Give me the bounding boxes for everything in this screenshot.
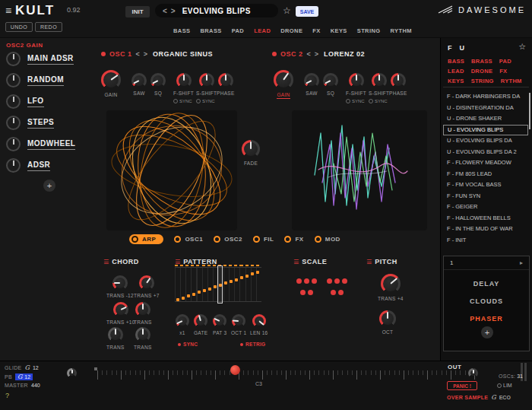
pattern-step-dot[interactable] [182,297,185,300]
pattern-step-grid[interactable] [175,267,261,302]
preset-item[interactable]: U - EVOLVING BLIPS DA [443,135,528,147]
filter-factory-toggle[interactable]: F [448,44,452,52]
save-button[interactable]: SAVE [296,6,318,17]
category-tab-string[interactable]: STRING [357,27,381,34]
osc1-saw-knob[interactable]: SAW [131,73,147,96]
preset-item[interactable]: F - DARK HARBINGERS DA [443,91,528,103]
browser-category-keys[interactable]: KEYS [448,78,464,84]
category-tab-rythm[interactable]: RYTHM [390,27,411,34]
pitch-oct-knob[interactable]: OCT [379,310,396,335]
osc2-fshift-knob[interactable]: F-SHIFT [346,73,366,96]
browser-category-drone[interactable]: DRONE [471,68,493,75]
osc1-sshift-knob[interactable]: S-SHIFT [196,73,217,96]
scale-dot[interactable] [304,278,309,284]
panic-button[interactable]: PANIC ! [447,381,477,390]
category-tab-pad[interactable]: PAD [232,27,244,34]
osc2-gain-knob[interactable]: GAIN [274,70,293,99]
preset-item[interactable]: F - FM VOCAL BASS [443,180,528,191]
preset-next-icon[interactable]: > [171,7,176,15]
preset-item[interactable]: U - EVOLVING BLIPS [443,125,528,136]
scale-dot[interactable] [334,278,340,284]
osc1-fshift-sync-toggle[interactable]: SYNC [173,99,192,103]
osc2-active-dot-icon[interactable] [272,52,277,56]
glide-setting[interactable]: GLIDE G 12 [5,364,39,371]
chord-trans5-knob[interactable]: TRANS [106,327,125,350]
pattern-rate-knob[interactable]: x1 [176,314,189,335]
osc1-fshift-knob[interactable]: F-SHIFT [173,73,194,96]
preset-list-scrollbar[interactable] [529,93,530,129]
caret-right-icon[interactable]: ▸ [520,259,523,266]
tab-osc1[interactable]: OSC1 [174,236,203,243]
scale-dot[interactable] [296,278,302,284]
osc2-prev-wave-icon[interactable]: < [307,50,311,58]
pattern-gate-knob[interactable]: GATE [194,314,207,335]
pattern-step-dot[interactable] [198,291,201,294]
chord-trans4-knob[interactable]: TRANS [134,302,152,325]
preset-item[interactable]: F - INIT [443,235,528,246]
preset-item[interactable]: U - DISINTEGRATION DA [443,103,528,114]
browser-category-rythm[interactable]: RYTHM [501,78,522,84]
preset-item[interactable]: F - IN THE MUD OF WAR [443,224,528,235]
pb-value-highlight[interactable]: G 12 [15,373,33,380]
preset-item[interactable]: F - FUN SYN [443,191,528,202]
osc2-sshift-knob[interactable]: S-SHIFT [369,73,389,96]
osc1-wave-name[interactable]: ORGANIC SINUS [153,50,213,58]
osc1-next-wave-icon[interactable]: > [144,50,147,58]
mod-source-steps[interactable]: STEPS [6,116,54,130]
init-button[interactable]: INIT [125,6,150,17]
add-mod-source-button[interactable]: + [43,180,55,192]
browser-category-lead[interactable]: LEAD [448,68,464,75]
pattern-step-dot[interactable] [235,278,238,281]
chord-trans2-knob[interactable]: TRANS +7 [134,275,160,298]
fx-slot-delay[interactable]: DELAY [444,280,529,288]
osc2-phase-knob[interactable]: PHASE [389,73,407,96]
pattern-step-dot[interactable] [240,276,243,279]
pattern-step-dot[interactable] [192,293,195,296]
pattern-pat-knob[interactable]: PAT 3 [213,314,226,335]
osc2-sshift-sync-toggle[interactable]: SYNC [369,99,388,103]
pattern-step-dot[interactable] [187,294,190,297]
scale-dot[interactable] [338,290,344,295]
scale-dot[interactable] [327,278,332,284]
limiter-toggle[interactable]: LIM [497,383,512,388]
preset-browser-bar[interactable]: < > EVOLVING BLIPS [155,4,278,17]
oversample-setting[interactable]: OVER SAMPLE G ECO [447,394,511,401]
chord-trans6-knob[interactable]: TRANS [134,327,152,350]
osc2-next-wave-icon[interactable]: > [315,50,318,58]
osc2-fshift-sync-toggle[interactable]: SYNC [346,99,365,103]
pattern-step-dot[interactable] [245,275,249,278]
pattern-oct-knob[interactable]: OCT 1 [231,314,247,335]
scale-dot[interactable] [300,290,306,295]
pitch-trans-knob[interactable]: TRANS +4 [378,274,404,301]
browser-category-pad[interactable]: PAD [499,58,511,65]
preset-item[interactable]: F - FM 80S LEAD [443,169,528,180]
preset-item[interactable]: F - FLOWERY MEADOW [443,157,528,169]
category-tab-drone[interactable]: DRONE [280,27,302,34]
chord-trans1-knob[interactable]: TRANS -12 [106,275,134,298]
master-tune-setting[interactable]: MASTER 440 [5,383,40,388]
category-tab-bass[interactable]: BASS [173,27,190,34]
help-button[interactable]: ? [5,392,9,399]
scale-dots[interactable] [296,278,357,298]
scale-dot[interactable] [331,290,336,295]
scale-dot[interactable] [342,278,347,284]
pattern-step-dot[interactable] [214,285,217,288]
scale-dot[interactable] [312,278,317,284]
osc1-phase-knob[interactable]: PHASE [217,73,235,96]
osc1-gain-knob[interactable]: GAIN [101,70,121,97]
mod-source-lfo[interactable]: LFO [6,94,44,109]
pattern-step-dot[interactable] [176,298,179,301]
browser-category-brass[interactable]: BRASS [471,58,492,65]
pattern-step-dot[interactable] [251,272,254,275]
browser-category-bass[interactable]: BASS [448,58,464,65]
undo-button[interactable]: UNDO [5,22,33,32]
pattern-step-dot[interactable] [256,271,259,274]
keyboard-ruler[interactable] [97,370,476,380]
osc2-saw-knob[interactable]: SAW [304,73,319,96]
preset-item[interactable]: F - GEIGER [443,202,528,213]
scale-dot[interactable] [308,290,313,295]
pattern-step-dot[interactable] [208,288,211,291]
pattern-step-dot[interactable] [224,281,227,284]
browser-star-icon[interactable]: ☆ [518,42,526,52]
redo-button[interactable]: REDO [35,22,62,32]
